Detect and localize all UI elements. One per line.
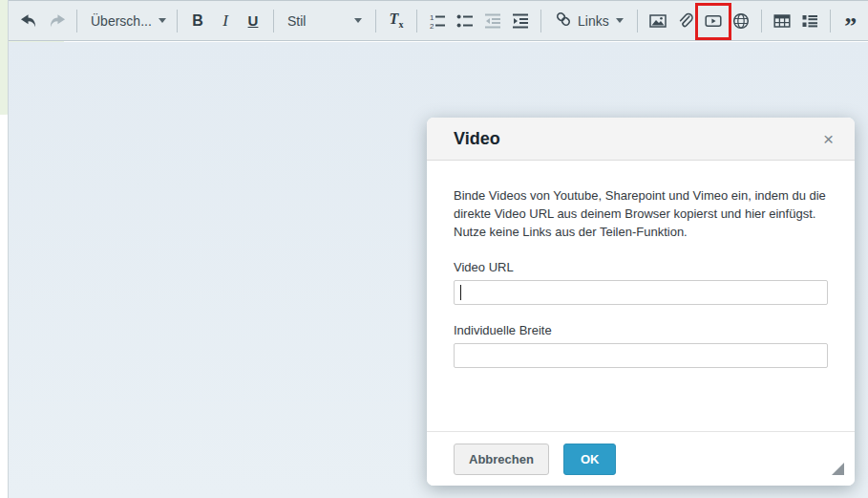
blockquote-button[interactable]: ” xyxy=(838,7,863,35)
video-url-label: Video URL xyxy=(454,260,828,274)
svg-text:1: 1 xyxy=(430,12,434,21)
bullet-list-icon xyxy=(456,12,474,30)
bold-button[interactable]: B xyxy=(185,7,210,35)
link-icon xyxy=(555,11,572,32)
chevron-down-icon xyxy=(616,18,624,23)
video-url-input[interactable] xyxy=(454,280,828,305)
resize-handle-icon[interactable] xyxy=(832,463,844,475)
underline-button[interactable]: U xyxy=(241,7,265,35)
style-dropdown-label: Stil xyxy=(287,13,306,29)
links-dropdown[interactable]: Links xyxy=(549,7,629,35)
table-icon xyxy=(773,12,791,30)
toolbar-separator xyxy=(637,10,638,32)
toolbar-separator xyxy=(76,10,77,32)
embed-button[interactable] xyxy=(729,7,753,35)
video-dialog: Video × Binde Videos von Youtube, Sharep… xyxy=(427,118,855,486)
italic-button[interactable]: I xyxy=(213,7,238,35)
toolbar-separator xyxy=(177,10,178,32)
toolbar-separator xyxy=(540,10,541,32)
redo-button[interactable] xyxy=(44,7,69,35)
bullet-list-button[interactable] xyxy=(453,7,477,35)
clear-format-icon: Tx xyxy=(390,11,404,30)
indent-icon xyxy=(512,12,529,30)
toolbar-separator xyxy=(830,10,831,32)
image-icon xyxy=(649,12,667,30)
ok-button[interactable]: OK xyxy=(563,444,617,475)
bold-label: B xyxy=(192,12,203,30)
outdent-icon xyxy=(484,12,501,30)
custom-width-input[interactable] xyxy=(454,343,828,368)
cancel-button[interactable]: Abbrechen xyxy=(454,444,549,475)
custom-width-label: Individuelle Breite xyxy=(454,323,828,337)
heading-dropdown-label: Übersch... xyxy=(91,13,152,29)
table-button[interactable] xyxy=(770,7,794,35)
dialog-description: Binde Videos von Youtube, Sharepoint und… xyxy=(454,187,828,242)
undo-button[interactable] xyxy=(16,7,41,35)
ordered-list-button[interactable]: 12 xyxy=(425,7,450,35)
blockquote-icon: ” xyxy=(844,11,857,32)
dialog-body: Binde Videos von Youtube, Sharepoint und… xyxy=(427,161,855,395)
toolbar-separator xyxy=(375,10,376,32)
attachment-button[interactable] xyxy=(673,7,698,35)
close-icon[interactable]: × xyxy=(823,130,834,148)
video-button[interactable] xyxy=(701,7,726,35)
chevron-down-icon xyxy=(354,18,362,23)
toolbar-separator xyxy=(761,10,762,32)
dialog-title: Video xyxy=(454,129,500,149)
style-dropdown[interactable]: Stil xyxy=(282,7,368,35)
chevron-down-icon xyxy=(159,18,166,23)
clear-format-button[interactable]: Tx xyxy=(384,7,409,35)
italic-label: I xyxy=(222,11,228,31)
image-button[interactable] xyxy=(646,7,670,35)
heading-dropdown[interactable]: Übersch... xyxy=(85,7,169,35)
globe-icon xyxy=(732,12,750,30)
paperclip-icon xyxy=(677,12,694,30)
video-icon xyxy=(705,12,722,30)
content-blocks-button[interactable] xyxy=(797,7,822,35)
editor-toolbar: Übersch... B I U Stil Tx xyxy=(9,0,868,41)
dialog-footer: Abbrechen OK xyxy=(427,431,855,486)
svg-text:2: 2 xyxy=(430,22,434,30)
toolbar-separator xyxy=(416,10,417,32)
ordered-list-icon: 12 xyxy=(429,12,446,30)
outdent-button[interactable] xyxy=(480,7,505,35)
text-cursor xyxy=(460,285,461,300)
toolbar-separator xyxy=(273,10,274,32)
dialog-header: Video × xyxy=(427,118,855,161)
editor-page: Übersch... B I U Stil Tx xyxy=(0,0,868,498)
redo-icon xyxy=(48,13,66,29)
content-blocks-icon xyxy=(801,12,818,30)
underline-label: U xyxy=(248,12,259,29)
links-label: Links xyxy=(578,13,609,29)
undo-icon xyxy=(20,13,38,29)
indent-button[interactable] xyxy=(508,7,533,35)
